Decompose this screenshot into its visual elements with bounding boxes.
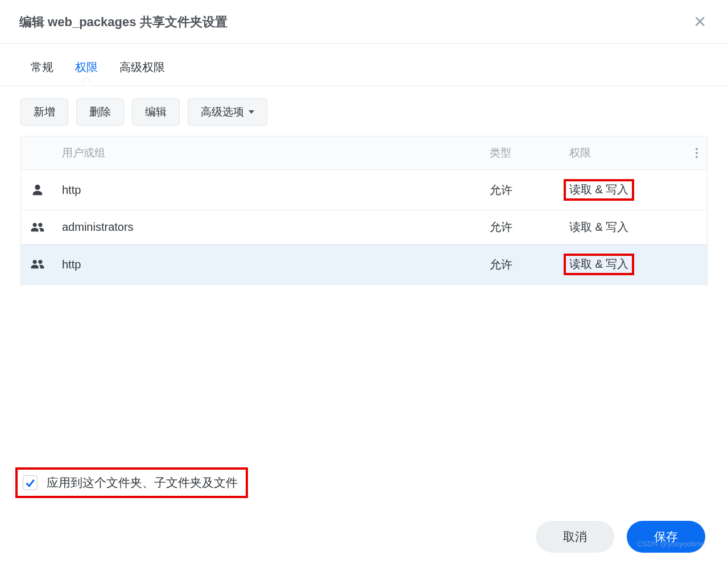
row-permission: 读取 & 写入 <box>561 170 686 210</box>
check-icon <box>24 477 36 488</box>
group-icon <box>30 258 45 271</box>
permissions-table: 用户或组 类型 权限 http 允许 读取 & 写入 administrator… <box>20 136 708 285</box>
save-button[interactable]: 保存 <box>627 521 705 553</box>
dialog-footer: 取消 保存 <box>536 521 705 553</box>
close-icon[interactable]: ✕ <box>691 14 709 30</box>
edit-button[interactable]: 编辑 <box>132 98 180 126</box>
chevron-down-icon <box>249 110 254 114</box>
table-row[interactable]: http 允许 读取 & 写入 <box>21 170 707 210</box>
user-icon <box>31 184 44 196</box>
row-permission: 读取 & 写入 <box>561 210 686 244</box>
add-button[interactable]: 新增 <box>20 98 68 126</box>
col-permission-header[interactable]: 权限 <box>561 136 686 169</box>
table-options-button[interactable] <box>686 136 707 169</box>
cancel-button[interactable]: 取消 <box>536 521 614 553</box>
table-row[interactable]: administrators 允许 读取 & 写入 <box>21 210 707 244</box>
table-header: 用户或组 类型 权限 <box>21 136 707 170</box>
table-row[interactable]: http 允许 读取 & 写入 <box>21 244 707 285</box>
col-user-header[interactable]: 用户或组 <box>54 136 482 169</box>
tab-general[interactable]: 常规 <box>28 55 56 85</box>
apply-recursive-checkbox[interactable] <box>23 475 38 490</box>
row-user: http <box>54 170 482 210</box>
row-permission: 读取 & 写入 <box>561 244 686 284</box>
col-icon-header <box>21 136 54 169</box>
tab-bar: 常规 权限 高级权限 <box>0 44 728 86</box>
row-user: http <box>54 244 482 284</box>
permission-highlight: 读取 & 写入 <box>564 179 634 201</box>
row-type: 允许 <box>482 170 561 210</box>
dialog-header: 编辑 web_packages 共享文件夹设置 ✕ <box>0 0 728 44</box>
kebab-icon <box>696 148 698 158</box>
row-type: 允许 <box>482 210 561 244</box>
advanced-options-button[interactable]: 高级选项 <box>188 98 267 126</box>
tab-permissions[interactable]: 权限 <box>73 55 100 85</box>
toolbar: 新增 删除 编辑 高级选项 <box>0 86 728 136</box>
apply-recursive-row: 应用到这个文件夹、子文件夹及文件 <box>15 467 248 498</box>
row-icon <box>21 244 54 284</box>
apply-recursive-label: 应用到这个文件夹、子文件夹及文件 <box>47 475 238 491</box>
row-user: administrators <box>54 210 482 244</box>
group-icon <box>30 221 45 234</box>
advanced-options-label: 高级选项 <box>201 105 244 119</box>
col-type-header[interactable]: 类型 <box>482 136 561 169</box>
row-icon <box>21 210 54 244</box>
row-type: 允许 <box>482 244 561 284</box>
permission-highlight: 读取 & 写入 <box>564 254 634 275</box>
delete-button[interactable]: 删除 <box>76 98 124 126</box>
dialog-title: 编辑 web_packages 共享文件夹设置 <box>19 14 228 31</box>
row-icon <box>21 170 54 210</box>
tab-advanced-permissions[interactable]: 高级权限 <box>117 55 167 85</box>
